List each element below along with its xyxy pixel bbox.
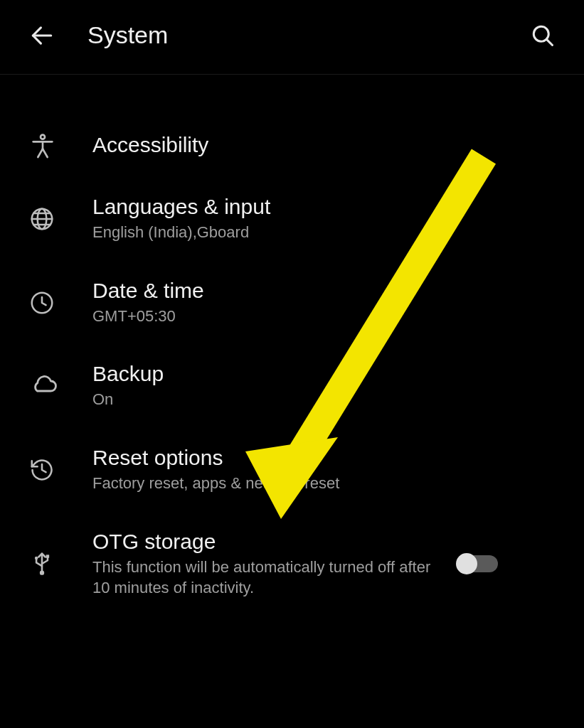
item-subtitle: This function will be automatically turn… [92, 557, 434, 599]
page-title: System [87, 21, 530, 49]
settings-list: Accessibility Languages & input English … [0, 75, 584, 619]
toggle-knob [456, 553, 477, 574]
item-subtitle: Factory reset, apps & network reset [92, 473, 556, 494]
globe-icon [28, 205, 92, 232]
accessibility-icon [28, 132, 92, 161]
svg-line-2 [546, 39, 552, 45]
svg-line-7 [43, 149, 48, 157]
item-otg-storage[interactable]: OTG storage This function will be automa… [0, 514, 584, 619]
item-title: Date & time [92, 279, 556, 303]
svg-rect-17 [46, 555, 49, 558]
item-title: Backup [92, 362, 556, 386]
item-date-time[interactable]: Date & time GMT+05:30 [0, 263, 584, 347]
item-subtitle: On [92, 389, 556, 410]
item-title: Languages & input [92, 195, 556, 219]
item-title: OTG storage [92, 530, 434, 554]
item-subtitle: GMT+05:30 [92, 306, 556, 327]
item-accessibility[interactable]: Accessibility [0, 114, 584, 179]
svg-point-3 [41, 135, 45, 139]
svg-point-16 [35, 557, 38, 560]
item-languages-input[interactable]: Languages & input English (India),Gboard [0, 179, 584, 263]
clock-icon [28, 289, 92, 316]
item-backup[interactable]: Backup On [0, 346, 584, 430]
app-header: System [0, 0, 584, 75]
item-reset-options[interactable]: Reset options Factory reset, apps & netw… [0, 430, 584, 514]
search-icon [530, 23, 556, 48]
item-title: Reset options [92, 446, 556, 470]
item-subtitle: English (India),Gboard [92, 222, 556, 243]
svg-point-15 [40, 571, 44, 575]
usb-icon [28, 550, 92, 577]
back-button[interactable] [28, 22, 55, 49]
search-button[interactable] [530, 23, 556, 48]
reset-icon [28, 456, 92, 483]
arrow-left-icon [28, 22, 55, 49]
cloud-icon [28, 371, 92, 401]
item-title: Accessibility [92, 133, 556, 157]
otg-toggle[interactable] [458, 555, 498, 572]
svg-line-6 [38, 149, 43, 157]
